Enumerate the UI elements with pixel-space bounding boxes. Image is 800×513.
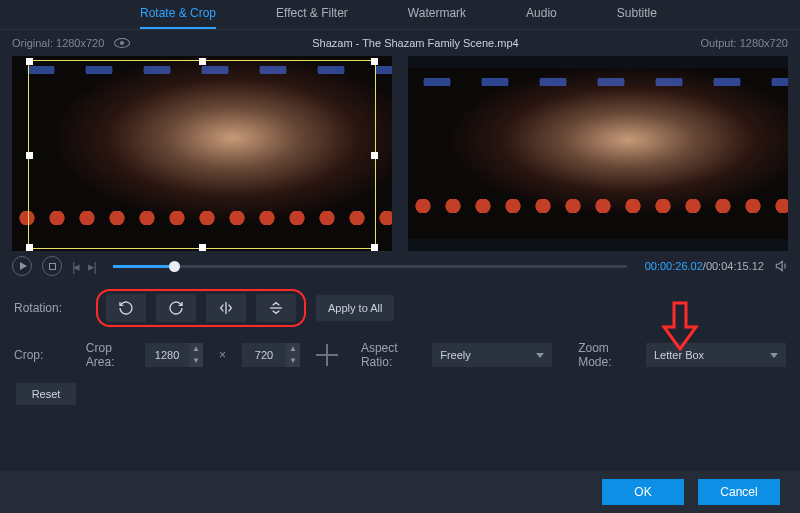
rotation-buttons-highlight bbox=[96, 289, 306, 327]
dimension-x: × bbox=[219, 348, 226, 362]
crop-frame[interactable] bbox=[28, 60, 376, 249]
time-display: 00:00:26.02/00:04:15.12 bbox=[645, 260, 764, 272]
play-icon bbox=[20, 262, 27, 270]
rotate-ccw-button[interactable] bbox=[106, 294, 146, 322]
aspect-ratio-select[interactable]: Freely bbox=[432, 343, 552, 367]
crop-handle-br[interactable] bbox=[371, 244, 378, 251]
source-preview[interactable] bbox=[12, 56, 392, 251]
crop-height-down[interactable]: ▼ bbox=[286, 355, 300, 367]
output-preview bbox=[408, 56, 788, 251]
crop-height-up[interactable]: ▲ bbox=[286, 343, 300, 355]
preview-row bbox=[0, 56, 800, 251]
aspect-ratio-label: Aspect Ratio: bbox=[361, 341, 422, 369]
crop-handle-bm[interactable] bbox=[199, 244, 206, 251]
stop-icon bbox=[49, 263, 56, 270]
crop-handle-bl[interactable] bbox=[26, 244, 33, 251]
tab-watermark[interactable]: Watermark bbox=[408, 6, 466, 29]
flip-vertical-icon bbox=[268, 300, 284, 316]
crop-width-down[interactable]: ▼ bbox=[189, 355, 203, 367]
rotate-cw-button[interactable] bbox=[156, 294, 196, 322]
reset-button[interactable]: Reset bbox=[16, 383, 76, 405]
crop-handle-ml[interactable] bbox=[26, 152, 33, 159]
prev-frame-button[interactable]: |◂ bbox=[72, 259, 78, 274]
tab-subtitle[interactable]: Subtitle bbox=[617, 6, 657, 29]
crop-handle-mr[interactable] bbox=[371, 152, 378, 159]
ok-button[interactable]: OK bbox=[602, 479, 684, 505]
crop-width-input[interactable] bbox=[145, 343, 189, 367]
rotate-cw-icon bbox=[168, 300, 184, 316]
apply-to-all-button[interactable]: Apply to All bbox=[316, 295, 394, 321]
zoom-mode-label: Zoom Mode: bbox=[578, 341, 636, 369]
crop-label: Crop: bbox=[14, 348, 76, 362]
crop-handle-tm[interactable] bbox=[199, 58, 206, 65]
tab-rotate-crop[interactable]: Rotate & Crop bbox=[140, 6, 216, 29]
chevron-down-icon bbox=[536, 353, 544, 358]
flip-vertical-button[interactable] bbox=[256, 294, 296, 322]
info-bar: Original: 1280x720 Shazam - The Shazam F… bbox=[0, 30, 800, 56]
playback-bar: |◂ ▸| 00:00:26.02/00:04:15.12 bbox=[0, 251, 800, 281]
cancel-button[interactable]: Cancel bbox=[698, 479, 780, 505]
video-frame-output bbox=[408, 68, 788, 239]
rotation-label: Rotation: bbox=[14, 301, 86, 315]
annotation-arrow bbox=[662, 301, 698, 351]
total-time: 00:04:15.12 bbox=[706, 260, 764, 272]
flip-horizontal-button[interactable] bbox=[206, 294, 246, 322]
footer-bar: OK Cancel bbox=[0, 471, 800, 513]
tab-audio[interactable]: Audio bbox=[526, 6, 557, 29]
chevron-down-icon bbox=[770, 353, 778, 358]
aspect-ratio-value: Freely bbox=[440, 349, 471, 361]
flip-horizontal-icon bbox=[218, 300, 234, 316]
crop-height-field[interactable]: ▲ ▼ bbox=[242, 343, 300, 367]
rotate-ccw-icon bbox=[118, 300, 134, 316]
position-picker-icon[interactable] bbox=[316, 344, 335, 366]
crop-area-label: Crop Area: bbox=[86, 341, 135, 369]
stop-button[interactable] bbox=[42, 256, 62, 276]
crop-handle-tr[interactable] bbox=[371, 58, 378, 65]
crop-width-up[interactable]: ▲ bbox=[189, 343, 203, 355]
tab-bar: Rotate & Crop Effect & Filter Watermark … bbox=[0, 0, 800, 30]
crop-handle-tl[interactable] bbox=[26, 58, 33, 65]
current-time: 00:00:26.02 bbox=[645, 260, 703, 272]
original-resolution-label: Original: 1280x720 bbox=[12, 37, 104, 49]
crop-height-input[interactable] bbox=[242, 343, 286, 367]
controls-panel: Rotation: Apply to All Crop: Crop Area: bbox=[0, 281, 800, 413]
tab-effect-filter[interactable]: Effect & Filter bbox=[276, 6, 348, 29]
next-frame-button[interactable]: ▸| bbox=[88, 259, 94, 274]
seek-fill bbox=[113, 265, 170, 268]
file-title: Shazam - The Shazam Family Scene.mp4 bbox=[312, 37, 518, 49]
preview-toggle-icon[interactable] bbox=[114, 38, 130, 48]
seek-slider[interactable] bbox=[113, 265, 627, 268]
output-resolution-label: Output: 1280x720 bbox=[701, 37, 788, 49]
play-button[interactable] bbox=[12, 256, 32, 276]
crop-width-field[interactable]: ▲ ▼ bbox=[145, 343, 203, 367]
volume-icon[interactable] bbox=[774, 259, 788, 273]
seek-thumb[interactable] bbox=[169, 261, 180, 272]
